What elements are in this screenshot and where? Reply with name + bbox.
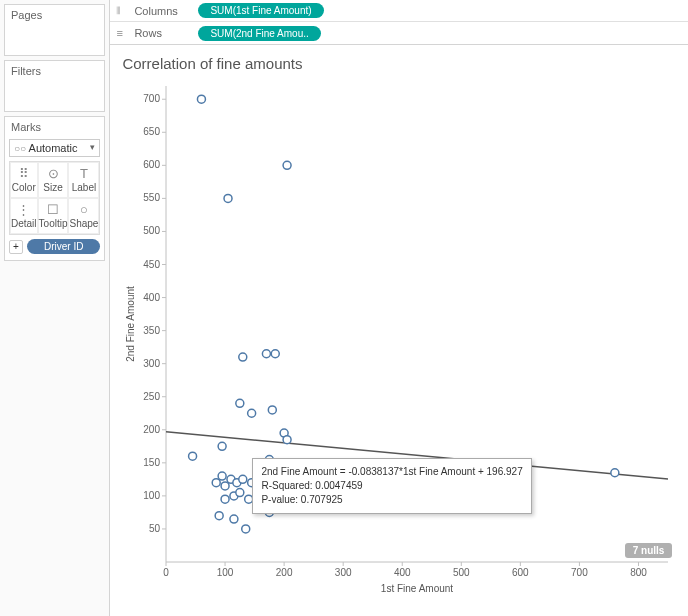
- svg-text:200: 200: [276, 567, 293, 578]
- svg-point-80: [216, 512, 224, 520]
- tooltip-icon: ☐: [39, 203, 68, 216]
- trend-tooltip: 2nd Fine Amount = -0.0838137*1st Fine Am…: [252, 458, 531, 514]
- detail-icon: ⋮: [11, 203, 37, 216]
- mark-shape[interactable]: ○Shape: [68, 198, 99, 234]
- mark-tooltip[interactable]: ☐Tooltip: [38, 198, 69, 234]
- svg-text:800: 800: [631, 567, 648, 578]
- filters-card: Filters: [4, 60, 105, 112]
- filters-header: Filters: [5, 61, 104, 81]
- svg-text:100: 100: [144, 490, 161, 501]
- svg-point-56: [272, 350, 280, 358]
- shape-icon: ○: [69, 203, 98, 216]
- svg-point-66: [213, 479, 221, 487]
- viz-title: Correlation of fine amounts: [122, 55, 678, 72]
- size-icon: ⊙: [39, 167, 68, 180]
- svg-text:700: 700: [571, 567, 588, 578]
- svg-text:700: 700: [144, 93, 161, 104]
- marks-card: Marks ○○ Automatic ⠿Color ⊙Size TLabel ⋮…: [4, 116, 105, 261]
- filters-shelf[interactable]: [5, 81, 104, 111]
- columns-pill[interactable]: SUM(1st Fine Amount): [198, 3, 323, 18]
- svg-text:2nd Fine Amount: 2nd Fine Amount: [125, 286, 136, 362]
- svg-point-57: [236, 399, 244, 407]
- svg-text:500: 500: [144, 225, 161, 236]
- mark-size[interactable]: ⊙Size: [38, 162, 69, 198]
- color-icon: ⠿: [11, 167, 37, 180]
- svg-text:250: 250: [144, 391, 161, 402]
- tooltip-equation: 2nd Fine Amount = -0.0838137*1st Fine Am…: [261, 465, 522, 479]
- svg-text:300: 300: [144, 358, 161, 369]
- svg-point-53: [224, 194, 232, 202]
- marks-header: Marks: [5, 117, 104, 137]
- svg-point-54: [239, 353, 247, 361]
- tooltip-rsquared: R-Squared: 0.0047459: [261, 479, 522, 493]
- columns-shelf[interactable]: ⦀ Columns SUM(1st Fine Amount): [110, 0, 688, 22]
- svg-text:200: 200: [144, 424, 161, 435]
- rows-icon: ≡: [116, 27, 130, 39]
- svg-point-67: [219, 472, 227, 480]
- detail-pill[interactable]: Driver ID: [27, 239, 100, 254]
- svg-text:1st Fine Amount: 1st Fine Amount: [381, 583, 453, 594]
- svg-point-75: [236, 489, 244, 497]
- svg-text:400: 400: [144, 292, 161, 303]
- svg-point-59: [269, 406, 277, 414]
- pages-header: Pages: [5, 5, 104, 25]
- mark-label[interactable]: TLabel: [68, 162, 99, 198]
- svg-text:450: 450: [144, 259, 161, 270]
- label-icon: T: [69, 167, 98, 180]
- svg-point-71: [239, 475, 247, 483]
- marks-type-dropdown[interactable]: ○○ Automatic: [9, 139, 100, 157]
- svg-text:300: 300: [335, 567, 352, 578]
- svg-text:600: 600: [512, 567, 529, 578]
- svg-text:400: 400: [394, 567, 411, 578]
- chart-svg: 5010015020025030035040045050055060065070…: [122, 78, 678, 598]
- svg-point-82: [242, 525, 250, 533]
- svg-point-81: [230, 515, 238, 523]
- columns-icon: ⦀: [116, 4, 130, 17]
- detail-pill-row: + Driver ID: [9, 239, 100, 254]
- svg-text:350: 350: [144, 325, 161, 336]
- mark-color[interactable]: ⠿Color: [10, 162, 38, 198]
- marks-type-label: Automatic: [29, 142, 78, 154]
- svg-text:150: 150: [144, 457, 161, 468]
- svg-point-52: [283, 161, 291, 169]
- viz-area: Correlation of fine amounts 501001502002…: [110, 45, 688, 616]
- add-detail-button[interactable]: +: [9, 240, 23, 254]
- svg-point-58: [248, 409, 256, 417]
- left-panel: Pages Filters Marks ○○ Automatic ⠿Color …: [0, 0, 110, 616]
- svg-point-63: [189, 452, 197, 460]
- tooltip-pvalue: P-value: 0.707925: [261, 493, 522, 507]
- marks-grid: ⠿Color ⊙Size TLabel ⋮Detail ☐Tooltip ○Sh…: [9, 161, 100, 235]
- svg-text:500: 500: [453, 567, 470, 578]
- right-area: ⦀ Columns SUM(1st Fine Amount) ≡ Rows SU…: [110, 0, 688, 616]
- rows-shelf[interactable]: ≡ Rows SUM(2nd Fine Amou..: [110, 22, 688, 44]
- svg-point-62: [219, 442, 227, 450]
- svg-point-68: [221, 482, 229, 490]
- svg-text:0: 0: [164, 567, 170, 578]
- svg-text:50: 50: [149, 523, 161, 534]
- pages-card: Pages: [4, 4, 105, 56]
- chart[interactable]: 5010015020025030035040045050055060065070…: [122, 78, 678, 598]
- svg-text:100: 100: [217, 567, 234, 578]
- svg-point-51: [198, 95, 206, 103]
- svg-point-55: [263, 350, 271, 358]
- pages-shelf[interactable]: [5, 25, 104, 55]
- svg-text:600: 600: [144, 159, 161, 170]
- columns-label: Columns: [134, 5, 194, 17]
- mark-detail[interactable]: ⋮Detail: [10, 198, 38, 234]
- svg-point-61: [283, 436, 291, 444]
- svg-text:550: 550: [144, 192, 161, 203]
- shelves: ⦀ Columns SUM(1st Fine Amount) ≡ Rows SU…: [110, 0, 688, 45]
- nulls-badge[interactable]: 7 nulls: [625, 543, 673, 558]
- svg-text:650: 650: [144, 126, 161, 137]
- rows-label: Rows: [134, 27, 194, 39]
- svg-point-65: [611, 469, 619, 477]
- svg-point-73: [221, 495, 229, 503]
- rows-pill[interactable]: SUM(2nd Fine Amou..: [198, 26, 320, 41]
